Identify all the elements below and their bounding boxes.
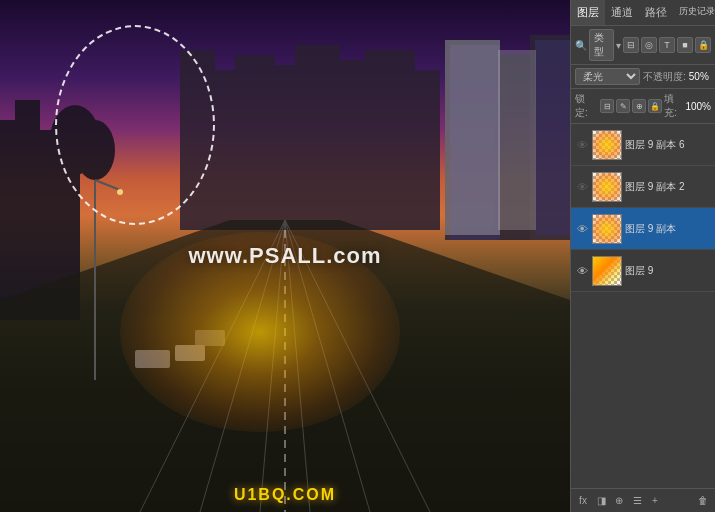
dropdown-arrow: ▾ <box>616 40 621 51</box>
tab-paths[interactable]: 路径 <box>639 0 673 25</box>
filter-icon-1[interactable]: ⊟ <box>623 37 639 53</box>
filter-toolbar: 🔍 类型 ▾ ⊟ ◎ T ■ 🔒 <box>571 26 715 65</box>
lock-all-btn[interactable]: 🔒 <box>648 99 662 113</box>
layer-thumbnail <box>592 256 622 286</box>
filter-icon: 🔍 <box>575 40 587 51</box>
layer-thumbnail <box>592 172 622 202</box>
opacity-value[interactable]: 50% <box>689 71 709 82</box>
lock-transparent-btn[interactable]: ⊟ <box>600 99 614 113</box>
layer-name: 图层 9 副本 <box>625 222 711 236</box>
watermark-bottom-text: U1BQ.COM <box>234 486 336 504</box>
layer-visibility-toggle[interactable]: 👁 <box>575 222 589 236</box>
tab-layers[interactable]: 图层 <box>571 0 605 25</box>
layer-item[interactable]: 👁 图层 9 副本 6 <box>571 124 715 166</box>
fx-button[interactable]: fx <box>575 493 591 509</box>
panel-bottom-toolbar: fx ◨ ⊕ ☰ + 🗑 <box>571 488 715 512</box>
add-mask-button[interactable]: ◨ <box>593 493 609 509</box>
layer-name: 图层 9 副本 6 <box>625 138 711 152</box>
layer-name: 图层 9 <box>625 264 711 278</box>
filter-icon-3[interactable]: T <box>659 37 675 53</box>
layer-item-active[interactable]: 👁 图层 9 副本 <box>571 208 715 250</box>
layer-visibility-toggle[interactable]: 👁 <box>575 264 589 278</box>
opacity-label: 不透明度: <box>643 70 686 84</box>
new-layer-button[interactable]: + <box>647 493 663 509</box>
tab-history[interactable]: 历史记录 <box>673 0 715 25</box>
lock-label: 锁定: <box>575 92 594 120</box>
layer-visibility-toggle[interactable]: 👁 <box>575 180 589 194</box>
blend-mode-select[interactable]: 柔光 正常 叠加 滤色 <box>575 68 640 85</box>
new-group-button[interactable]: ☰ <box>629 493 645 509</box>
layer-thumbnail <box>592 214 622 244</box>
layer-name: 图层 9 副本 2 <box>625 180 711 194</box>
new-adjustment-button[interactable]: ⊕ <box>611 493 627 509</box>
filter-icon-2[interactable]: ◎ <box>641 37 657 53</box>
layer-item[interactable]: 👁 图层 9 <box>571 250 715 292</box>
layer-list: 👁 图层 9 副本 6 👁 图层 9 副本 2 👁 图层 9 副本 <box>571 124 715 488</box>
filter-icon-5[interactable]: 🔒 <box>695 37 711 53</box>
delete-layer-button[interactable]: 🗑 <box>695 493 711 509</box>
selection-marquee <box>55 25 215 225</box>
tab-channels[interactable]: 通道 <box>605 0 639 25</box>
blend-mode-row: 柔光 正常 叠加 滤色 不透明度: 50% <box>571 65 715 89</box>
lock-row: 锁定: ⊟ ✎ ⊕ 🔒 填充: 100% <box>571 89 715 124</box>
filter-type-dropdown[interactable]: 类型 <box>589 29 614 61</box>
panel-tab-bar: 图层 通道 路径 历史记录 动作 <box>571 0 715 26</box>
lock-icons-group: ⊟ ✎ ⊕ 🔒 <box>600 99 662 113</box>
layers-panel: 图层 通道 路径 历史记录 动作 🔍 类型 ▾ ⊟ ◎ T ■ 🔒 柔光 正常 … <box>570 0 715 512</box>
canvas-area: www.PSALL.com U1BQ.COM <box>0 0 570 512</box>
layer-item[interactable]: 👁 图层 9 副本 2 <box>571 166 715 208</box>
filter-icon-4[interactable]: ■ <box>677 37 693 53</box>
watermark-text: www.PSALL.com <box>188 243 381 269</box>
fill-value[interactable]: 100% <box>685 101 711 112</box>
lock-move-btn[interactable]: ⊕ <box>632 99 646 113</box>
lock-paint-btn[interactable]: ✎ <box>616 99 630 113</box>
fill-label: 填充: <box>664 92 683 120</box>
layer-visibility-toggle[interactable]: 👁 <box>575 138 589 152</box>
layer-thumbnail <box>592 130 622 160</box>
